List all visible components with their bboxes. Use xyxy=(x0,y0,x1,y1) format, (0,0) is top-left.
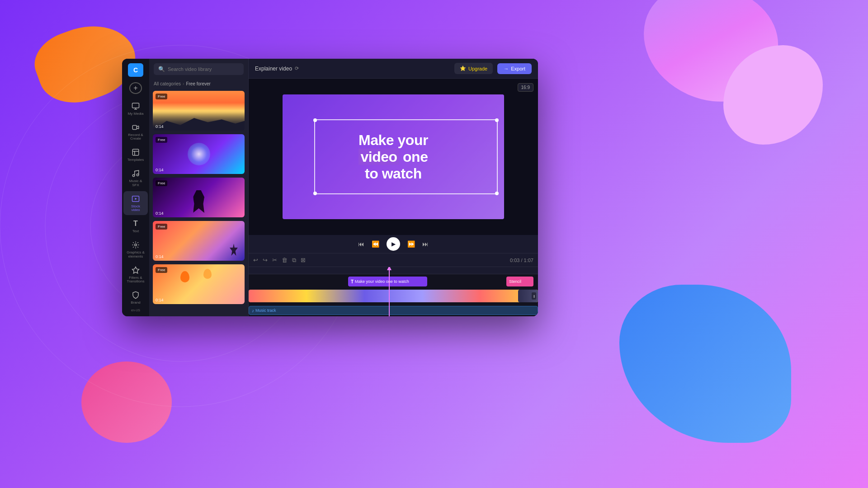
skip-to-start-button[interactable]: ⏮ xyxy=(358,240,364,248)
sidebar-item-graphics[interactable]: Graphics &elements xyxy=(123,237,148,262)
free-badge: Free xyxy=(156,224,167,230)
stencil-label: Stencil xyxy=(509,279,521,284)
fast-forward-button[interactable]: ⏩ xyxy=(407,240,415,248)
playhead[interactable] xyxy=(389,267,390,316)
music-clip[interactable]: ♪ Music track xyxy=(249,306,538,315)
text-icon: T xyxy=(131,219,141,229)
sidebar-item-label: My Media xyxy=(128,112,144,116)
cut-button[interactable]: ✂ xyxy=(272,257,277,263)
video-clip[interactable]: ‖ xyxy=(249,290,538,302)
sidebar-item-label: Templates xyxy=(127,158,144,162)
video-clip-2[interactable]: ‖ xyxy=(518,290,538,302)
topbar: Explainer video ⟳ ⭐ Upgrade → Export xyxy=(249,59,538,79)
free-badge: Free xyxy=(156,180,167,186)
music-icon xyxy=(131,169,141,178)
sidebar-item-filters[interactable]: Filters &Transitions xyxy=(123,263,148,287)
svg-point-8 xyxy=(135,244,137,246)
duration-label: 0:14 xyxy=(156,254,164,259)
breadcrumb: All categories › Free forever xyxy=(149,80,248,89)
stock-video-panel: 🔍 All categories › Free forever Free 0:1… xyxy=(149,59,249,316)
graphics-icon xyxy=(131,240,141,250)
brand-icon xyxy=(131,290,141,300)
decorative-shape-pink-right xyxy=(723,45,823,145)
sidebar-item-stock-video[interactable]: Stockvideo xyxy=(123,191,148,216)
text-clip[interactable]: Make your video one to watch xyxy=(348,277,427,286)
aspect-ratio-badge[interactable]: 16:9 xyxy=(518,83,533,92)
canvas-line2: video one xyxy=(359,149,428,165)
timeline-ruler xyxy=(249,267,538,274)
sidebar-item-brand[interactable]: Brand xyxy=(123,287,148,308)
search-input[interactable] xyxy=(168,66,239,72)
sidebar-item-my-media[interactable]: My Media xyxy=(123,99,148,119)
sidebar-item-label: Stockvideo xyxy=(131,205,140,213)
templates-icon xyxy=(131,147,141,157)
timeline: ↩ ↪ ✂ 🗑 ⧉ ⊠ 0:03 / 1:07 Make your vid xyxy=(249,253,538,316)
timeline-tracks: Make your video one to watch Stencil ‖ ‖ xyxy=(249,267,538,316)
handle-bottom-left[interactable] xyxy=(313,192,317,195)
duration-label: 0:14 xyxy=(156,211,164,216)
handle-top-left[interactable] xyxy=(313,118,317,122)
handle-top-right[interactable] xyxy=(495,118,499,122)
playback-bar: ⏮ ⏪ ▶ ⏩ ⏭ xyxy=(249,235,538,253)
language-label: en-US xyxy=(131,309,140,312)
skip-to-end-button[interactable]: ⏭ xyxy=(422,240,429,248)
video-thumbnail-5[interactable]: Free 0:14 xyxy=(153,264,245,304)
editor-main: Explainer video ⟳ ⭐ Upgrade → Export xyxy=(249,59,538,316)
add-button[interactable]: + xyxy=(129,82,142,94)
star-icon: ⭐ xyxy=(460,66,466,71)
sidebar-item-templates[interactable]: Templates xyxy=(123,145,148,165)
redo-button[interactable]: ↪ xyxy=(263,257,268,263)
duration-label: 0:14 xyxy=(156,168,164,172)
handle-bottom-right[interactable] xyxy=(495,192,499,195)
sync-icon: ⟳ xyxy=(295,66,299,71)
svg-point-5 xyxy=(132,174,135,177)
preview-canvas: Make your video one to watch xyxy=(283,94,504,219)
export-button[interactable]: → Export xyxy=(497,63,532,74)
music-track-label: Music track xyxy=(255,308,276,313)
sidebar-item-label: Music & SFX xyxy=(125,179,146,188)
stencil-clip[interactable]: Stencil xyxy=(506,277,533,286)
svg-marker-9 xyxy=(132,267,139,273)
video-thumbnail-1[interactable]: Free 0:14 xyxy=(153,91,245,131)
arrow-right-icon: → xyxy=(504,66,509,71)
sidebar-item-music[interactable]: Music & SFX xyxy=(123,166,148,190)
duration-label: 0:14 xyxy=(156,298,164,302)
undo-button[interactable]: ↩ xyxy=(253,257,258,263)
search-box[interactable]: 🔍 xyxy=(154,63,244,75)
breadcrumb-current: Free forever xyxy=(186,81,210,86)
video-grid: Free 0:14 Free 0:14 Free 0:14 Free 0:14 xyxy=(149,89,248,316)
video-thumbnail-2[interactable]: Free 0:14 xyxy=(153,134,245,174)
filters-icon xyxy=(131,265,141,275)
rewind-button[interactable]: ⏪ xyxy=(372,240,379,248)
decorative-shape-pink-bottom xyxy=(81,361,172,443)
breadcrumb-arrow: › xyxy=(183,81,184,86)
sidebar-item-record[interactable]: Record &Create xyxy=(123,120,148,144)
svg-rect-3 xyxy=(132,103,139,108)
breadcrumb-root[interactable]: All categories xyxy=(154,81,181,86)
canvas-text: Make your video one to watch xyxy=(359,132,428,182)
upgrade-button[interactable]: ⭐ Upgrade xyxy=(454,63,493,74)
timeline-toolbar: ↩ ↪ ✂ 🗑 ⧉ ⊠ 0:03 / 1:07 xyxy=(249,253,538,267)
timeline-time: 0:03 / 1:07 xyxy=(510,258,533,263)
free-badge: Free xyxy=(156,137,167,143)
text-track-row: Make your video one to watch Stencil xyxy=(249,274,538,289)
sidebar: C + My Media Record &Create Templates xyxy=(122,59,149,316)
video-thumbnail-4[interactable]: Free 0:14 xyxy=(153,221,245,261)
duplicate-button[interactable]: ⧉ xyxy=(292,257,296,264)
video-track-row: ‖ ‖ xyxy=(249,289,538,303)
sidebar-item-label: Text xyxy=(132,230,139,234)
sidebar-item-label: Record &Create xyxy=(128,133,143,141)
delete-button[interactable]: 🗑 xyxy=(282,257,288,263)
search-container: 🔍 xyxy=(149,59,248,80)
app-logo: C xyxy=(128,63,143,77)
duration-label: 0:14 xyxy=(156,124,164,129)
split-button[interactable]: ⊠ xyxy=(301,257,306,263)
music-icon: ♪ xyxy=(252,308,254,313)
sidebar-item-text[interactable]: T Text xyxy=(123,216,148,236)
video-thumbnail-3[interactable]: Free 0:14 xyxy=(153,178,245,217)
text-clip-label: Make your video one to watch xyxy=(355,279,409,284)
canvas-highlight: video xyxy=(359,149,399,165)
sidebar-bottom: en-US xyxy=(131,309,140,312)
stock-video-icon xyxy=(131,194,141,204)
play-button[interactable]: ▶ xyxy=(387,237,400,251)
